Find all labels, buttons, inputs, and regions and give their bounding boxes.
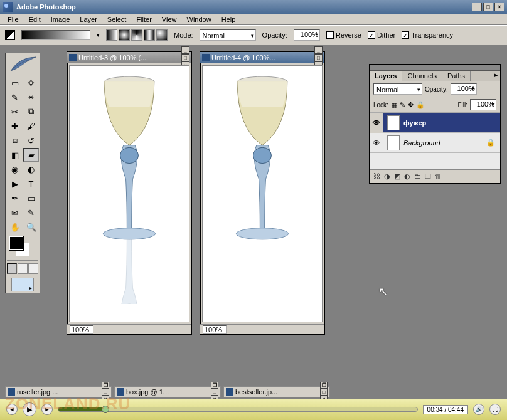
- layer-row-1[interactable]: 👁 фужер: [370, 113, 500, 133]
- opacity-input[interactable]: 100%: [294, 29, 320, 41]
- mintab-3-restore[interactable]: ❐: [320, 382, 328, 389]
- seek-bar[interactable]: [58, 407, 418, 412]
- panel-grip[interactable]: [370, 65, 500, 71]
- doc1-minimize-button[interactable]: _: [181, 46, 189, 54]
- panel-menu-icon[interactable]: ▸: [493, 71, 500, 81]
- marquee-tool[interactable]: ▭: [7, 76, 23, 90]
- menu-edit[interactable]: Edit: [24, 14, 46, 24]
- zoom-tool[interactable]: 🔍: [23, 220, 39, 234]
- doc2-minimize-button[interactable]: _: [314, 46, 323, 54]
- heal-tool[interactable]: ✚: [7, 119, 23, 133]
- lock-all-icon[interactable]: 🔒: [416, 101, 425, 109]
- quickmask-mode-button[interactable]: [18, 263, 28, 274]
- hand-tool[interactable]: ✋: [7, 220, 23, 234]
- doc1-zoom-input[interactable]: 100%: [70, 325, 93, 334]
- menu-view[interactable]: View: [157, 14, 182, 24]
- gradient-ramp[interactable]: [21, 30, 90, 40]
- gradient-swatch-icon[interactable]: [5, 30, 15, 40]
- doc1-canvas[interactable]: [69, 65, 189, 322]
- minimize-button[interactable]: _: [472, 3, 482, 11]
- layer-blend-dropdown[interactable]: Normal: [373, 83, 422, 95]
- delete-layer-icon[interactable]: 🗑: [435, 172, 442, 181]
- prev-button[interactable]: ◄: [6, 404, 18, 415]
- jump-to-imageready-button[interactable]: [11, 278, 34, 291]
- eraser-tool[interactable]: ◧: [7, 148, 23, 162]
- fullscreen-button[interactable]: ⛶: [489, 404, 501, 415]
- play-button[interactable]: ▶: [23, 402, 36, 416]
- menu-image[interactable]: Image: [46, 14, 75, 24]
- layer-visibility-icon[interactable]: 👁: [370, 133, 383, 153]
- menu-layer[interactable]: Layer: [75, 14, 102, 24]
- doc2-maximize-button[interactable]: □: [314, 54, 323, 61]
- doc2-canvas[interactable]: [202, 65, 323, 322]
- menu-select[interactable]: Select: [102, 14, 132, 24]
- doc2-titlebar[interactable]: Untitled-4 @ 100%... _ □ ×: [200, 52, 324, 63]
- wand-tool[interactable]: ✴: [23, 90, 39, 104]
- notes-tool[interactable]: ✉: [7, 206, 23, 219]
- angle-gradient-button[interactable]: [131, 29, 142, 41]
- lock-pixels-icon[interactable]: ✎: [400, 101, 405, 109]
- menu-window[interactable]: Window: [182, 14, 216, 24]
- color-swatches[interactable]: [7, 236, 38, 258]
- layer-mask-icon[interactable]: ◩: [394, 172, 400, 181]
- lock-transparency-icon[interactable]: ▦: [391, 101, 397, 109]
- shape-tool[interactable]: ▭: [23, 191, 39, 205]
- volume-button[interactable]: 🔊: [473, 404, 484, 415]
- menu-file[interactable]: File: [3, 14, 24, 24]
- path-select-tool[interactable]: ▶: [7, 177, 23, 191]
- radial-gradient-button[interactable]: [119, 29, 130, 41]
- layer-style-icon[interactable]: ◑: [384, 172, 390, 181]
- layers-panel[interactable]: Layers Channels Paths ▸ Normal Opacity: …: [369, 64, 501, 184]
- tab-paths[interactable]: Paths: [442, 71, 471, 81]
- linear-gradient-button[interactable]: [106, 29, 117, 41]
- maximize-button[interactable]: □: [483, 3, 493, 11]
- document-window-2[interactable]: Untitled-4 @ 100%... _ □ × 100%: [200, 51, 325, 335]
- gradient-tool[interactable]: ▰: [23, 148, 39, 162]
- screen-mode-button[interactable]: [28, 263, 38, 274]
- reflected-gradient-button[interactable]: [144, 29, 155, 41]
- layer-row-2[interactable]: 👁 Background 🔒: [370, 133, 500, 153]
- next-button[interactable]: ►: [41, 404, 53, 415]
- new-layer-icon[interactable]: ❏: [425, 172, 431, 181]
- menu-help[interactable]: Help: [216, 14, 241, 24]
- crop-tool[interactable]: ✂: [7, 105, 23, 118]
- eyedropper-tool[interactable]: ✎: [23, 206, 39, 219]
- close-button[interactable]: ×: [494, 3, 504, 11]
- link-layers-icon[interactable]: ⛓: [373, 172, 380, 181]
- slice-tool[interactable]: ⧉: [23, 105, 39, 118]
- standard-mode-button[interactable]: [7, 263, 17, 274]
- adjustment-layer-icon[interactable]: ◐: [404, 172, 410, 181]
- mintab-2-restore[interactable]: ❐: [211, 382, 218, 389]
- brush-tool[interactable]: 🖌: [23, 119, 39, 133]
- diamond-gradient-button[interactable]: [156, 29, 168, 41]
- history-brush-tool[interactable]: ↺: [23, 134, 39, 147]
- doc1-titlebar[interactable]: Untitled-3 @ 100% (... _ □ ×: [67, 52, 191, 63]
- mintab-3[interactable]: bestseller.jp... ❐□×: [223, 386, 330, 397]
- fg-color-swatch[interactable]: [9, 236, 23, 250]
- mintab-1-max[interactable]: □: [102, 389, 109, 396]
- document-window-1[interactable]: Untitled-3 @ 100% (... _ □ × 100%: [67, 51, 192, 335]
- gradient-dropdown-icon[interactable]: ▾: [97, 32, 100, 38]
- doc2-zoom-input[interactable]: 100%: [203, 325, 227, 334]
- blend-mode-dropdown[interactable]: Normal: [200, 29, 256, 41]
- mintab-2[interactable]: box.jpg @ 1... ❐□×: [114, 386, 221, 397]
- fill-input[interactable]: 100%: [470, 99, 496, 110]
- blur-tool[interactable]: ◉: [7, 162, 23, 176]
- reverse-checkbox[interactable]: Reverse: [326, 31, 361, 39]
- layer-visibility-icon[interactable]: 👁: [370, 113, 383, 133]
- tab-layers[interactable]: Layers: [370, 71, 402, 81]
- menu-filter[interactable]: Filter: [131, 14, 156, 24]
- stamp-tool[interactable]: ⧈: [7, 134, 23, 147]
- lasso-tool[interactable]: ✎: [7, 90, 23, 104]
- mintab-1[interactable]: ruseller.jpg ... ❐□×: [5, 386, 112, 397]
- mintab-1-restore[interactable]: ❐: [102, 382, 109, 389]
- tab-channels[interactable]: Channels: [402, 71, 442, 81]
- pen-tool[interactable]: ✒: [7, 191, 23, 205]
- dodge-tool[interactable]: ◐: [23, 162, 39, 176]
- seek-knob[interactable]: [102, 406, 109, 413]
- mintab-3-max[interactable]: □: [320, 389, 328, 396]
- dither-checkbox[interactable]: Dither: [368, 31, 395, 39]
- lock-position-icon[interactable]: ✥: [408, 101, 414, 109]
- type-tool[interactable]: T: [23, 177, 39, 191]
- mintab-2-max[interactable]: □: [211, 389, 218, 396]
